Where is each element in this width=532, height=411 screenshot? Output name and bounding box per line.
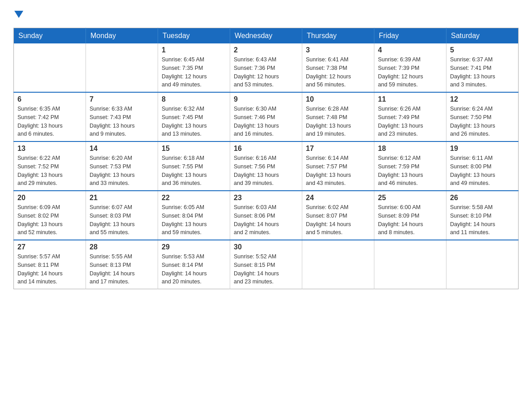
cell-day-number: 10	[306, 95, 370, 103]
cell-sun-info: Sunrise: 6:16 AM Sunset: 7:56 PM Dayligh…	[234, 154, 298, 188]
calendar-cell: 9Sunrise: 6:30 AM Sunset: 7:46 PM Daylig…	[230, 92, 302, 141]
cell-day-number: 23	[234, 194, 298, 202]
cell-sun-info: Sunrise: 6:05 AM Sunset: 8:04 PM Dayligh…	[162, 203, 226, 237]
calendar-cell: 1Sunrise: 6:45 AM Sunset: 7:35 PM Daylig…	[158, 43, 230, 92]
weekday-header-sunday: Sunday	[14, 28, 86, 44]
cell-day-number: 2	[234, 46, 298, 54]
cell-sun-info: Sunrise: 6:33 AM Sunset: 7:43 PM Dayligh…	[90, 105, 154, 138]
calendar-cell: 17Sunrise: 6:14 AM Sunset: 7:57 PM Dayli…	[302, 141, 374, 191]
calendar-cell: 12Sunrise: 6:24 AM Sunset: 7:50 PM Dayli…	[446, 92, 519, 141]
calendar-cell: 7Sunrise: 6:33 AM Sunset: 7:43 PM Daylig…	[86, 92, 158, 141]
cell-sun-info: Sunrise: 6:37 AM Sunset: 7:41 PM Dayligh…	[450, 56, 515, 89]
calendar-cell: 16Sunrise: 6:16 AM Sunset: 7:56 PM Dayli…	[230, 141, 302, 191]
cell-sun-info: Sunrise: 6:35 AM Sunset: 7:42 PM Dayligh…	[17, 105, 82, 138]
logo	[13, 9, 23, 19]
calendar-cell	[446, 240, 519, 289]
cell-day-number: 5	[450, 46, 515, 54]
cell-day-number: 28	[90, 243, 154, 251]
calendar-cell: 4Sunrise: 6:39 AM Sunset: 7:39 PM Daylig…	[374, 43, 446, 92]
cell-sun-info: Sunrise: 6:41 AM Sunset: 7:38 PM Dayligh…	[306, 56, 370, 89]
cell-day-number: 19	[450, 145, 515, 153]
calendar-cell: 30Sunrise: 5:52 AM Sunset: 8:15 PM Dayli…	[230, 240, 302, 289]
cell-sun-info: Sunrise: 6:22 AM Sunset: 7:52 PM Dayligh…	[17, 154, 82, 188]
cell-sun-info: Sunrise: 6:02 AM Sunset: 8:07 PM Dayligh…	[306, 203, 370, 237]
cell-day-number: 13	[17, 145, 82, 153]
calendar-cell: 29Sunrise: 5:53 AM Sunset: 8:14 PM Dayli…	[158, 240, 230, 289]
weekday-header-tuesday: Tuesday	[158, 28, 230, 44]
calendar-cell: 23Sunrise: 6:03 AM Sunset: 8:06 PM Dayli…	[230, 191, 302, 240]
weekday-header-thursday: Thursday	[302, 28, 374, 44]
cell-sun-info: Sunrise: 5:52 AM Sunset: 8:15 PM Dayligh…	[234, 253, 298, 286]
calendar-table: SundayMondayTuesdayWednesdayThursdayFrid…	[13, 28, 519, 289]
calendar-cell: 5Sunrise: 6:37 AM Sunset: 7:41 PM Daylig…	[446, 43, 519, 92]
cell-sun-info: Sunrise: 6:03 AM Sunset: 8:06 PM Dayligh…	[234, 203, 298, 237]
cell-sun-info: Sunrise: 5:57 AM Sunset: 8:11 PM Dayligh…	[17, 253, 82, 286]
week-row-5: 27Sunrise: 5:57 AM Sunset: 8:11 PM Dayli…	[14, 240, 519, 289]
cell-day-number: 8	[162, 95, 226, 103]
cell-sun-info: Sunrise: 6:28 AM Sunset: 7:48 PM Dayligh…	[306, 105, 370, 138]
cell-day-number: 26	[450, 194, 515, 202]
cell-sun-info: Sunrise: 5:53 AM Sunset: 8:14 PM Dayligh…	[162, 253, 226, 286]
cell-day-number: 29	[162, 243, 226, 251]
weekday-header-saturday: Saturday	[446, 28, 519, 44]
calendar-cell: 14Sunrise: 6:20 AM Sunset: 7:53 PM Dayli…	[86, 141, 158, 191]
cell-day-number: 14	[90, 145, 154, 153]
week-row-1: 1Sunrise: 6:45 AM Sunset: 7:35 PM Daylig…	[14, 43, 519, 92]
cell-sun-info: Sunrise: 6:43 AM Sunset: 7:36 PM Dayligh…	[234, 56, 298, 89]
calendar-cell: 20Sunrise: 6:09 AM Sunset: 8:02 PM Dayli…	[14, 191, 86, 240]
cell-day-number: 27	[17, 243, 82, 251]
logo-triangle-icon	[14, 11, 23, 18]
calendar-cell: 21Sunrise: 6:07 AM Sunset: 8:03 PM Dayli…	[86, 191, 158, 240]
calendar-cell	[374, 240, 446, 289]
calendar-cell: 27Sunrise: 5:57 AM Sunset: 8:11 PM Dayli…	[14, 240, 86, 289]
cell-sun-info: Sunrise: 6:32 AM Sunset: 7:45 PM Dayligh…	[162, 105, 226, 138]
cell-sun-info: Sunrise: 6:30 AM Sunset: 7:46 PM Dayligh…	[234, 105, 298, 138]
cell-sun-info: Sunrise: 5:55 AM Sunset: 8:13 PM Dayligh…	[90, 253, 154, 286]
cell-sun-info: Sunrise: 6:45 AM Sunset: 7:35 PM Dayligh…	[162, 56, 226, 89]
cell-sun-info: Sunrise: 6:11 AM Sunset: 8:00 PM Dayligh…	[450, 154, 515, 188]
cell-sun-info: Sunrise: 5:58 AM Sunset: 8:10 PM Dayligh…	[450, 203, 515, 237]
calendar-cell: 8Sunrise: 6:32 AM Sunset: 7:45 PM Daylig…	[158, 92, 230, 141]
cell-day-number: 9	[234, 95, 298, 103]
cell-sun-info: Sunrise: 6:12 AM Sunset: 7:59 PM Dayligh…	[378, 154, 442, 188]
cell-sun-info: Sunrise: 6:24 AM Sunset: 7:50 PM Dayligh…	[450, 105, 515, 138]
cell-day-number: 21	[90, 194, 154, 202]
cell-day-number: 12	[450, 95, 515, 103]
cell-sun-info: Sunrise: 6:20 AM Sunset: 7:53 PM Dayligh…	[90, 154, 154, 188]
cell-sun-info: Sunrise: 6:18 AM Sunset: 7:55 PM Dayligh…	[162, 154, 226, 188]
cell-day-number: 18	[378, 145, 442, 153]
calendar-cell: 15Sunrise: 6:18 AM Sunset: 7:55 PM Dayli…	[158, 141, 230, 191]
weekday-header-friday: Friday	[374, 28, 446, 44]
cell-day-number: 4	[378, 46, 442, 54]
cell-day-number: 1	[162, 46, 226, 54]
page-header	[13, 9, 519, 19]
calendar-cell: 18Sunrise: 6:12 AM Sunset: 7:59 PM Dayli…	[374, 141, 446, 191]
calendar-cell: 6Sunrise: 6:35 AM Sunset: 7:42 PM Daylig…	[14, 92, 86, 141]
cell-sun-info: Sunrise: 6:26 AM Sunset: 7:49 PM Dayligh…	[378, 105, 442, 138]
weekday-header-wednesday: Wednesday	[230, 28, 302, 44]
cell-day-number: 30	[234, 243, 298, 251]
cell-day-number: 17	[306, 145, 370, 153]
calendar-cell: 28Sunrise: 5:55 AM Sunset: 8:13 PM Dayli…	[86, 240, 158, 289]
calendar-cell	[14, 43, 86, 92]
cell-sun-info: Sunrise: 6:07 AM Sunset: 8:03 PM Dayligh…	[90, 203, 154, 237]
cell-day-number: 11	[378, 95, 442, 103]
calendar-cell	[86, 43, 158, 92]
calendar-cell: 10Sunrise: 6:28 AM Sunset: 7:48 PM Dayli…	[302, 92, 374, 141]
weekday-header-row: SundayMondayTuesdayWednesdayThursdayFrid…	[14, 28, 519, 44]
cell-day-number: 24	[306, 194, 370, 202]
cell-day-number: 3	[306, 46, 370, 54]
cell-day-number: 16	[234, 145, 298, 153]
cell-day-number: 20	[17, 194, 82, 202]
calendar-cell: 19Sunrise: 6:11 AM Sunset: 8:00 PM Dayli…	[446, 141, 519, 191]
calendar-cell: 24Sunrise: 6:02 AM Sunset: 8:07 PM Dayli…	[302, 191, 374, 240]
week-row-3: 13Sunrise: 6:22 AM Sunset: 7:52 PM Dayli…	[14, 141, 519, 191]
cell-day-number: 6	[17, 95, 82, 103]
calendar-cell: 2Sunrise: 6:43 AM Sunset: 7:36 PM Daylig…	[230, 43, 302, 92]
weekday-header-monday: Monday	[86, 28, 158, 44]
cell-day-number: 22	[162, 194, 226, 202]
cell-day-number: 25	[378, 194, 442, 202]
cell-day-number: 15	[162, 145, 226, 153]
calendar-cell: 13Sunrise: 6:22 AM Sunset: 7:52 PM Dayli…	[14, 141, 86, 191]
calendar-cell: 3Sunrise: 6:41 AM Sunset: 7:38 PM Daylig…	[302, 43, 374, 92]
